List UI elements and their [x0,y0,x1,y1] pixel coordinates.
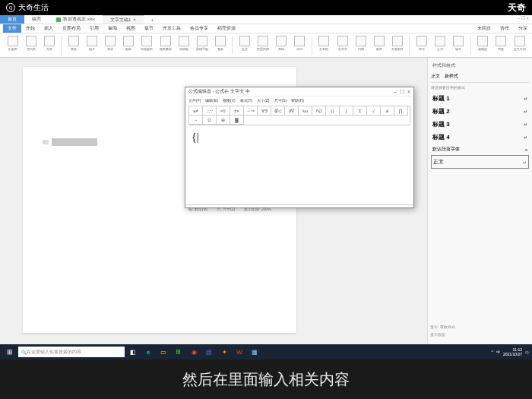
ribbon-btn[interactable]: 符号 [413,36,429,55]
minimize-icon[interactable]: – [394,89,397,95]
tray-up-icon[interactable]: ^ [492,350,493,354]
menu-help[interactable]: 帮助(H) [291,98,304,103]
window-controls[interactable]: – ☐ × [518,15,529,21]
tpl-underbar[interactable]: Ū [203,116,217,125]
ribbon-btn[interactable]: 日期 [353,36,369,55]
dialog-titlebar[interactable]: 公式编辑器 - 公式在 文字文 中 – ☐ × [185,87,413,97]
ribbon-btn[interactable]: 智能图形 [139,36,155,55]
tpl-sum[interactable]: Σ [353,106,367,116]
panel-show-preview[interactable]: 显示预览 [429,331,527,338]
style-heading1[interactable]: 标题 1↵ [431,92,529,105]
panel-tab-new[interactable]: 新样式 [445,73,458,80]
security-icon[interactable]: ⛨ [172,346,185,358]
maximize-icon[interactable]: ☐ [400,89,404,95]
ribbon-btn[interactable]: 文本框 [316,36,332,55]
tpl-product[interactable]: ∏ [394,106,408,116]
ribbon-btn[interactable]: 书签 [493,36,509,55]
tab-doc-active[interactable]: 文字文稿1 × [103,15,144,24]
ribbon-collab[interactable]: 协作 [496,24,514,33]
app-icon[interactable]: ▤ [202,346,216,358]
tpl-box[interactable]: ▓ [230,116,244,125]
ribbon-btn[interactable]: 图标 [121,36,137,55]
notifications-icon[interactable]: ▭ [525,350,529,354]
ribbon-btn[interactable]: 超链接 [475,36,491,55]
ribbon-tab[interactable]: 稻壳资源 [213,24,240,33]
ribbon-btn[interactable]: 页码 [274,36,290,55]
menu-style[interactable]: 大小(Z) [257,98,269,103]
ribbon-btn[interactable]: 公式 [432,36,448,55]
ribbon-tab[interactable]: 审阅 [103,24,122,33]
sym-relational[interactable]: ≤≠ [189,106,203,116]
close-icon[interactable]: × [407,89,410,95]
sym-arrows[interactable]: →⇒ [244,106,258,116]
task-view-icon[interactable]: ◧ [126,346,140,358]
tpl-bar[interactable]: ā [381,106,394,116]
sym-greek-lower[interactable]: λω [299,106,312,116]
tray-ime-icon[interactable]: 中 [496,350,500,354]
ribbon-btn[interactable]: 表格 [65,36,81,55]
tpl-integral[interactable]: ∫ [340,106,353,116]
ribbon-sync[interactable]: 未同步 [473,24,496,33]
ribbon-btn[interactable]: 分页 [41,36,57,55]
tab-add[interactable]: + [144,15,162,24]
explorer-icon[interactable]: ▭ [157,346,170,358]
ribbon-btn[interactable]: 形状 [103,36,119,55]
ribbon-tab[interactable]: 会员专享 [185,24,213,33]
wps-icon[interactable]: W [233,346,246,358]
equation-canvas[interactable]: {| [185,127,413,204]
menu-format[interactable]: 格式(T) [240,98,252,103]
tpl-radical[interactable]: √ [367,106,381,116]
edge-icon[interactable]: e [141,346,155,358]
ribbon-btn[interactable]: 文档部件 [389,36,405,55]
style-heading3[interactable]: 标题 3↵ [431,118,529,131]
ribbon-btn[interactable]: 流程图 [176,36,192,55]
ribbon-share[interactable]: 分享 [514,24,532,33]
taskbar-search[interactable]: 🔍 在这里输入你要搜索的内容 [18,347,125,357]
ribbon-btn[interactable]: 图片 [84,36,100,55]
tpl-arrow[interactable]: → [189,116,203,125]
tab-xlsx[interactable]: 数据透视表.xlsx [49,15,103,24]
panel-tab-normal[interactable]: 正文 [431,73,440,80]
ribbon-btn[interactable]: 思维导图 [194,36,210,55]
system-tray[interactable]: ^ 中 11:12 2021/10/27 ▭ [492,347,529,356]
app-icon[interactable]: ✦ [217,346,231,358]
equation-placeholder[interactable] [52,138,97,146]
tab-docer[interactable]: 稿壳 [24,15,49,24]
ribbon-btn[interactable]: 附件 [371,36,387,55]
ribbon-tab[interactable]: 页面布局 [58,24,85,33]
ribbon-btn[interactable]: 封面页 [5,36,21,55]
ribbon-btn[interactable]: 艺术字 [334,36,350,55]
ribbon-btn[interactable]: 空白页 [23,36,39,55]
sym-logic[interactable]: ∴∵ [203,106,217,116]
chrome-icon[interactable]: ◉ [187,346,201,358]
ribbon-btn[interactable]: 批注 [236,36,252,55]
menu-edit[interactable]: 编辑(E) [205,98,218,103]
panel-show-filter[interactable]: 显示: 有效样式 [429,323,527,331]
sym-approx[interactable]: ≈≡ [217,106,230,116]
sym-operators[interactable]: ±× [230,106,244,116]
ribbon-tab[interactable]: 引用 [85,24,103,33]
sym-sets[interactable]: ∉⊂ [271,106,285,116]
menu-file[interactable]: 文件(F) [188,98,201,103]
ribbon-tab[interactable]: 开发工具 [158,24,185,33]
ribbon-tab[interactable]: 视图 [122,24,140,33]
sym-quantifiers[interactable]: ∀∃ [258,106,271,116]
tpl-matrix[interactable]: ⊕ [217,116,230,125]
style-heading4[interactable]: 标题 4↵ [431,131,529,144]
ribbon-btn[interactable]: 交叉引用 [511,36,527,55]
tab-home[interactable]: 首页 [0,15,24,24]
ribbon-tab-file[interactable]: 文件 [3,24,21,33]
ribbon-btn[interactable]: 编号 [451,36,467,55]
style-default[interactable]: 默认段落字体a [431,144,529,155]
menu-size[interactable]: 尺寸(S) [274,98,287,103]
ribbon-tab[interactable]: 开始 [21,24,40,33]
ribbon-btn[interactable]: 稻壳素材 [157,36,173,55]
tpl-fence[interactable]: () [326,106,340,116]
style-normal[interactable]: 正文↵ [431,155,529,169]
ribbon-btn[interactable]: 更多 [212,36,228,55]
sym-greek-upper[interactable]: ΛΩ [312,106,326,116]
ribbon-tab[interactable]: 插入 [40,24,58,33]
app-icon[interactable]: ▦ [248,346,261,358]
menu-view[interactable]: 视图(V) [223,98,236,103]
start-button[interactable]: ⊞ [3,346,17,358]
